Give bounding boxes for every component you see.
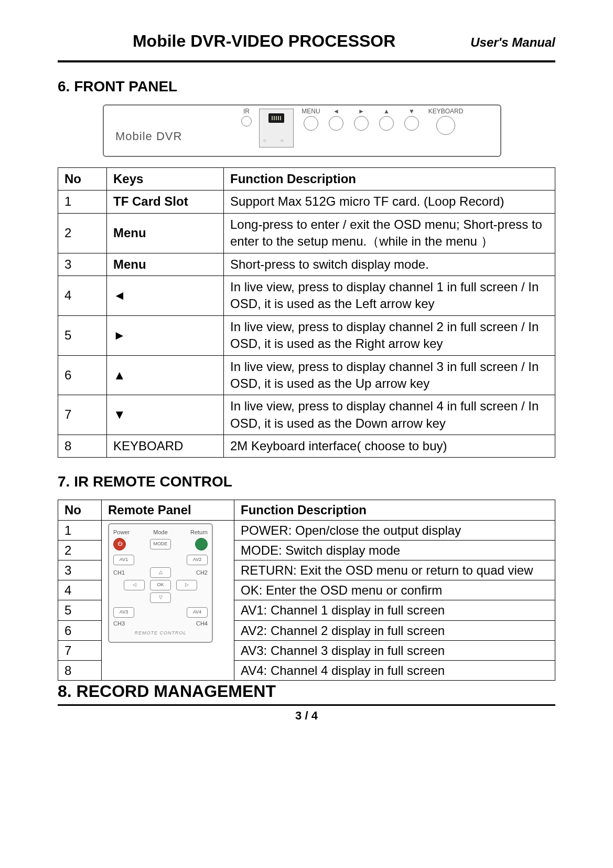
section-6-heading: 6. FRONT PANEL [58, 78, 555, 95]
cell-no: 8 [58, 435, 107, 458]
section-8-heading: 8. RECORD MANAGEMENT [58, 682, 555, 701]
up-arrow-label: ▲ [383, 108, 390, 115]
cell-keys: ► [107, 315, 224, 355]
table-row: 7▼In live view, press to display channel… [58, 395, 555, 435]
cell-description: POWER: Open/close the output display [234, 520, 555, 540]
cell-description: 2M Keyboard interface( choose to buy) [224, 435, 555, 458]
cell-description: In live view, press to display channel 1… [224, 276, 555, 315]
header-rule [58, 60, 555, 62]
table-row: 5►In live view, press to display channel… [58, 315, 555, 355]
ir-receiver-icon: IR [239, 108, 254, 126]
cell-no: 4 [58, 276, 107, 315]
right-arrow-icon: ▷ [176, 580, 197, 590]
cell-keys: TF Card Slot [107, 190, 224, 213]
cell-no: 2 [58, 213, 107, 253]
cell-no: 3 [58, 560, 102, 580]
av4-btn-icon: AV4 [187, 607, 208, 618]
cell-description: Short-press to switch display mode. [224, 253, 555, 276]
up-button-icon: ▲ [377, 108, 396, 131]
cell-description: In live view, press to display channel 4… [224, 395, 555, 435]
keyboard-button-label: KEYBOARD [428, 108, 464, 115]
ir-label: IR [243, 108, 250, 115]
down-arrow-icon: ▽ [150, 592, 171, 603]
cell-description: MODE: Switch display mode [234, 540, 555, 560]
col-header-no: No [58, 168, 107, 190]
cell-description: AV2: Channel 2 display in full screen [234, 620, 555, 640]
remote-control-diagram: PowerModeReturn⏻MODEAV1AV2CH1△CH2◁OK▷▽AV… [108, 523, 213, 643]
cell-description: AV1: Channel 1 display in full screen [234, 600, 555, 620]
cell-keys: ▲ [107, 355, 224, 395]
front-panel-table: No Keys Function Description 1TF Card Sl… [58, 167, 555, 458]
cell-no: 5 [58, 315, 107, 355]
col-header-desc: Function Description [234, 500, 555, 520]
document-page: Mobile DVR-VIDEO PROCESSOR User's Manual… [0, 0, 613, 868]
remote-diagram-cell: PowerModeReturn⏻MODEAV1AV2CH1△CH2◁OK▷▽AV… [102, 520, 234, 681]
cell-description: OK: Enter the OSD menu or confirm [234, 580, 555, 600]
cell-keys: KEYBOARD [107, 435, 224, 458]
footer-rule [58, 704, 555, 706]
document-subtitle: User's Manual [470, 35, 555, 50]
cell-no: 7 [58, 395, 107, 435]
power-icon: ⏻ [113, 538, 126, 551]
cell-no: 6 [58, 620, 102, 640]
right-button-icon: ► [351, 108, 371, 131]
col-header-keys: Keys [107, 168, 224, 190]
return-icon [195, 538, 208, 551]
panel-button-row: MENU ◄ ► ▲ ▼ KEYBOARD [301, 108, 465, 135]
down-button-icon: ▼ [402, 108, 422, 131]
left-arrow-label: ◄ [333, 108, 339, 115]
table-row: 3MenuShort-press to switch display mode. [58, 253, 555, 276]
page-header: Mobile DVR-VIDEO PROCESSOR User's Manual [58, 31, 555, 51]
col-header-desc: Function Description [224, 168, 555, 190]
table-row: 1TF Card SlotSupport Max 512G micro TF c… [58, 190, 555, 213]
cell-no: 1 [58, 190, 107, 213]
table-header-row: No Remote Panel Function Description [58, 500, 555, 520]
cell-no: 8 [58, 660, 102, 680]
cell-no: 4 [58, 580, 102, 600]
cell-keys: ◄ [107, 276, 224, 315]
left-button-icon: ◄ [326, 108, 346, 131]
cell-keys: Menu [107, 213, 224, 253]
panel-brand-label: Mobile DVR [115, 130, 182, 143]
table-header-row: No Keys Function Description [58, 168, 555, 190]
cell-description: RETURN: Exit the OSD menu or return to q… [234, 560, 555, 580]
cell-description: Long-press to enter / exit the OSD menu;… [224, 213, 555, 253]
down-arrow-label: ▼ [408, 108, 415, 115]
page-number: 3 / 4 [58, 709, 555, 723]
table-row: 4◄In live view, press to display channel… [58, 276, 555, 315]
cell-description: In live view, press to display channel 3… [224, 355, 555, 395]
cell-no: 1 [58, 520, 102, 540]
up-arrow-icon: △ [150, 567, 171, 578]
cell-no: 3 [58, 253, 107, 276]
table-row: 2MenuLong-press to enter / exit the OSD … [58, 213, 555, 253]
table-row: 8KEYBOARD2M Keyboard interface( choose t… [58, 435, 555, 458]
cell-description: In live view, press to display channel 2… [224, 315, 555, 355]
cell-description: Support Max 512G micro TF card. (Loop Re… [224, 190, 555, 213]
cell-keys: ▼ [107, 395, 224, 435]
cell-no: 2 [58, 540, 102, 560]
col-header-remote: Remote Panel [102, 500, 234, 520]
mode-btn-icon: MODE [150, 539, 171, 549]
ok-btn-icon: OK [150, 580, 171, 590]
cell-no: 7 [58, 640, 102, 660]
cell-no: 5 [58, 600, 102, 620]
cell-description: AV4: Channel 4 display in full screen [234, 660, 555, 680]
av1-btn-icon: AV1 [113, 555, 134, 565]
table-row: 6▲In live view, press to display channel… [58, 355, 555, 395]
right-arrow-label: ► [358, 108, 364, 115]
av3-btn-icon: AV3 [113, 607, 134, 618]
remote-footer-label: REMOTE CONTROL [113, 630, 208, 637]
col-header-no: No [58, 500, 102, 520]
cell-no: 6 [58, 355, 107, 395]
menu-button-label: MENU [302, 108, 320, 115]
av2-btn-icon: AV2 [187, 555, 208, 565]
front-panel-diagram: Mobile DVR IR ○ ○ MENU ◄ ► ▲ ▼ KEYBOARD [103, 104, 501, 157]
cell-keys: Menu [107, 253, 224, 276]
cell-description: AV3: Channel 3 display in full screen [234, 640, 555, 660]
left-arrow-icon: ◁ [124, 580, 145, 590]
section-7-heading: 7. IR REMOTE CONTROL [58, 473, 555, 490]
ir-remote-table: No Remote Panel Function Description 1Po… [58, 500, 555, 681]
keyboard-button-icon: KEYBOARD [427, 108, 465, 135]
table-row: 1PowerModeReturn⏻MODEAV1AV2CH1△CH2◁OK▷▽A… [58, 520, 555, 540]
document-title: Mobile DVR-VIDEO PROCESSOR [58, 31, 470, 51]
